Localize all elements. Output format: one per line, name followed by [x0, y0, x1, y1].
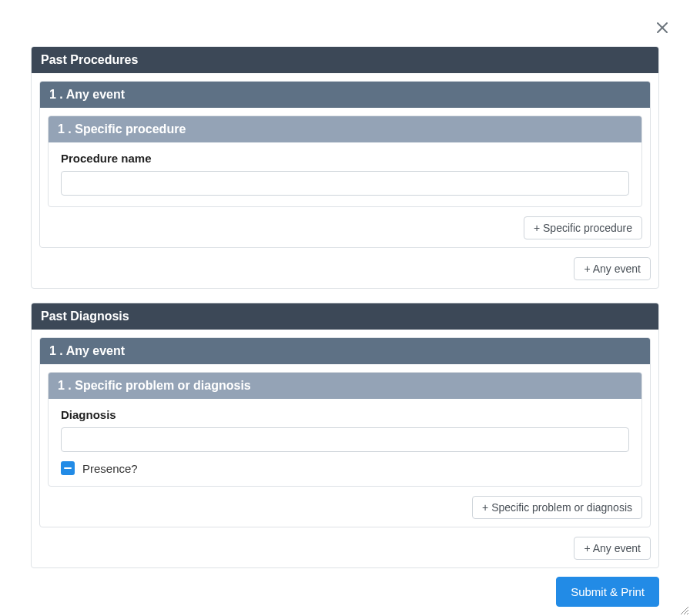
svg-line-4: [687, 613, 688, 614]
modal-container: Past Procedures 1 . Any event 1 . Specif…: [0, 0, 690, 616]
submit-print-button[interactable]: Submit & Print: [556, 577, 659, 607]
diagnosis-event-body: 1 . Specific problem or diagnosis Diagno…: [40, 364, 650, 527]
specific-procedure-header: 1 . Specific procedure: [49, 116, 641, 142]
specific-diagnosis-header: 1 . Specific problem or diagnosis: [49, 373, 641, 399]
modal-footer: Submit & Print: [556, 577, 659, 607]
add-procedures-event-button[interactable]: + Any event: [574, 257, 651, 280]
add-specific-procedure-button[interactable]: + Specific procedure: [524, 216, 642, 239]
resize-handle-icon: [679, 605, 688, 614]
add-procedures-event-row: + Any event: [39, 257, 651, 280]
procedures-event-body: 1 . Specific procedure Procedure name + …: [40, 108, 650, 247]
minus-icon: [64, 467, 72, 470]
specific-diagnosis-block: 1 . Specific problem or diagnosis Diagno…: [48, 372, 642, 487]
procedures-event-block: 1 . Any event 1 . Specific procedure Pro…: [39, 81, 651, 248]
specific-procedure-block: 1 . Specific procedure Procedure name: [48, 116, 642, 207]
presence-checkbox[interactable]: [61, 461, 75, 475]
presence-row: Presence?: [61, 461, 629, 475]
past-diagnosis-header: Past Diagnosis: [32, 303, 658, 330]
close-icon: [655, 21, 669, 35]
diagnosis-label: Diagnosis: [61, 408, 629, 421]
diagnosis-event-block: 1 . Any event 1 . Specific problem or di…: [39, 337, 651, 527]
add-diagnosis-event-row: + Any event: [39, 537, 651, 560]
add-specific-diagnosis-button[interactable]: + Specific problem or diagnosis: [472, 496, 642, 519]
past-procedures-header: Past Procedures: [32, 47, 658, 73]
procedure-name-label: Procedure name: [61, 152, 629, 165]
add-specific-diagnosis-row: + Specific problem or diagnosis: [48, 496, 642, 519]
past-procedures-body: 1 . Any event 1 . Specific procedure Pro…: [32, 73, 658, 288]
add-specific-procedure-row: + Specific procedure: [48, 216, 642, 239]
diagnosis-event-header: 1 . Any event: [40, 338, 650, 364]
add-diagnosis-event-button[interactable]: + Any event: [574, 537, 651, 560]
procedure-name-input[interactable]: [61, 171, 629, 196]
past-diagnosis-body: 1 . Any event 1 . Specific problem or di…: [32, 330, 658, 567]
specific-procedure-body: Procedure name: [49, 142, 641, 206]
presence-label: Presence?: [82, 462, 138, 475]
modal-content: Past Procedures 1 . Any event 1 . Specif…: [0, 0, 690, 598]
diagnosis-input[interactable]: [61, 427, 629, 452]
past-diagnosis-section: Past Diagnosis 1 . Any event 1 . Specifi…: [31, 303, 659, 568]
past-procedures-section: Past Procedures 1 . Any event 1 . Specif…: [31, 46, 659, 289]
procedures-event-header: 1 . Any event: [40, 82, 650, 108]
close-button[interactable]: [653, 18, 672, 37]
specific-diagnosis-body: Diagnosis Presence?: [49, 399, 641, 486]
